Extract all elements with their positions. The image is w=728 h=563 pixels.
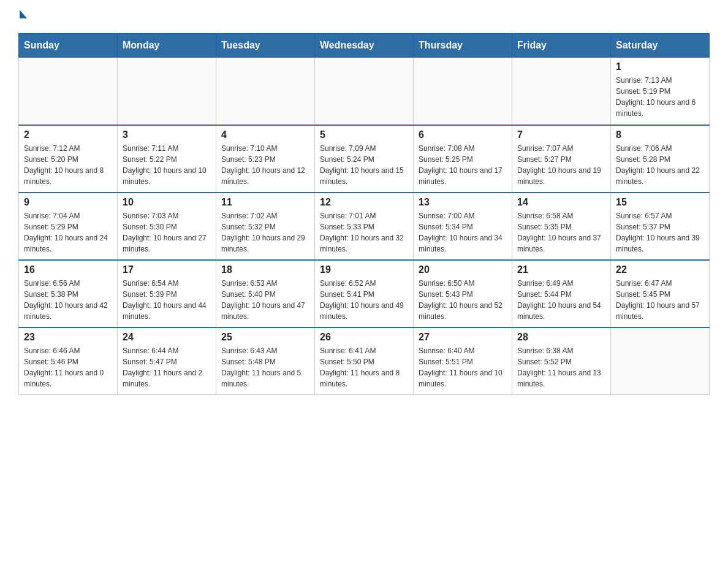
day-info: Sunrise: 7:04 AMSunset: 5:29 PMDaylight:… [24,210,112,255]
day-cell: 6Sunrise: 7:08 AMSunset: 5:25 PMDaylight… [414,125,512,193]
day-cell [414,58,512,125]
day-number: 27 [419,332,507,343]
day-number: 8 [616,129,704,140]
column-header-friday: Friday [512,34,611,58]
day-info: Sunrise: 6:38 AMSunset: 5:52 PMDaylight:… [517,345,605,389]
day-number: 22 [616,264,704,275]
day-info: Sunrise: 7:09 AMSunset: 5:24 PMDaylight:… [320,143,408,187]
day-cell: 8Sunrise: 7:06 AMSunset: 5:28 PMDaylight… [611,125,710,193]
calendar-header-row: SundayMondayTuesdayWednesdayThursdayFrid… [19,34,710,58]
week-row-5: 23Sunrise: 6:46 AMSunset: 5:46 PMDayligh… [19,327,710,395]
day-number: 28 [517,332,605,343]
day-info: Sunrise: 7:07 AMSunset: 5:27 PMDaylight:… [517,143,605,187]
day-info: Sunrise: 6:57 AMSunset: 5:37 PMDaylight:… [616,210,704,255]
day-cell: 4Sunrise: 7:10 AMSunset: 5:23 PMDaylight… [216,125,315,193]
day-cell [315,58,414,125]
day-cell [216,58,315,125]
day-number: 11 [221,197,309,208]
day-cell: 19Sunrise: 6:52 AMSunset: 5:41 PMDayligh… [315,260,414,327]
day-cell: 7Sunrise: 7:07 AMSunset: 5:27 PMDaylight… [512,125,611,193]
day-info: Sunrise: 6:46 AMSunset: 5:46 PMDaylight:… [24,345,112,389]
page-header [18,12,710,21]
day-number: 7 [517,129,605,140]
day-info: Sunrise: 7:02 AMSunset: 5:32 PMDaylight:… [221,210,309,255]
day-info: Sunrise: 6:53 AMSunset: 5:40 PMDaylight:… [221,278,309,322]
day-number: 13 [419,197,507,208]
day-cell: 25Sunrise: 6:43 AMSunset: 5:48 PMDayligh… [216,327,315,395]
day-number: 18 [221,264,309,275]
day-cell: 15Sunrise: 6:57 AMSunset: 5:37 PMDayligh… [611,193,710,260]
day-cell: 13Sunrise: 7:00 AMSunset: 5:34 PMDayligh… [414,193,512,260]
calendar-table: SundayMondayTuesdayWednesdayThursdayFrid… [18,33,710,395]
day-number: 26 [320,332,408,343]
day-info: Sunrise: 7:11 AMSunset: 5:22 PMDaylight:… [123,143,211,187]
column-header-wednesday: Wednesday [315,34,414,58]
day-cell: 23Sunrise: 6:46 AMSunset: 5:46 PMDayligh… [19,327,118,395]
day-info: Sunrise: 6:47 AMSunset: 5:45 PMDaylight:… [616,278,704,322]
day-cell: 5Sunrise: 7:09 AMSunset: 5:24 PMDaylight… [315,125,414,193]
day-info: Sunrise: 6:41 AMSunset: 5:50 PMDaylight:… [320,345,408,389]
day-cell: 17Sunrise: 6:54 AMSunset: 5:39 PMDayligh… [118,260,216,327]
day-info: Sunrise: 6:44 AMSunset: 5:47 PMDaylight:… [123,345,211,389]
column-header-monday: Monday [118,34,216,58]
day-number: 20 [419,264,507,275]
day-cell [118,58,216,125]
day-info: Sunrise: 7:08 AMSunset: 5:25 PMDaylight:… [419,143,507,187]
day-cell [19,58,118,125]
day-number: 14 [517,197,605,208]
week-row-1: 1Sunrise: 7:13 AMSunset: 5:19 PMDaylight… [19,58,710,125]
day-number: 21 [517,264,605,275]
day-number: 12 [320,197,408,208]
day-cell [512,58,611,125]
day-info: Sunrise: 6:56 AMSunset: 5:38 PMDaylight:… [24,278,112,322]
day-cell: 12Sunrise: 7:01 AMSunset: 5:33 PMDayligh… [315,193,414,260]
day-cell: 1Sunrise: 7:13 AMSunset: 5:19 PMDaylight… [611,58,710,125]
logo-arrow-icon [20,10,27,18]
day-cell: 10Sunrise: 7:03 AMSunset: 5:30 PMDayligh… [118,193,216,260]
day-cell: 9Sunrise: 7:04 AMSunset: 5:29 PMDaylight… [19,193,118,260]
week-row-2: 2Sunrise: 7:12 AMSunset: 5:20 PMDaylight… [19,125,710,193]
column-header-sunday: Sunday [19,34,118,58]
day-number: 2 [24,129,112,140]
day-cell: 26Sunrise: 6:41 AMSunset: 5:50 PMDayligh… [315,327,414,395]
day-info: Sunrise: 7:12 AMSunset: 5:20 PMDaylight:… [24,143,112,187]
column-header-tuesday: Tuesday [216,34,315,58]
day-cell: 24Sunrise: 6:44 AMSunset: 5:47 PMDayligh… [118,327,216,395]
day-number: 19 [320,264,408,275]
day-cell: 28Sunrise: 6:38 AMSunset: 5:52 PMDayligh… [512,327,611,395]
day-cell: 18Sunrise: 6:53 AMSunset: 5:40 PMDayligh… [216,260,315,327]
day-number: 16 [24,264,112,275]
day-number: 9 [24,197,112,208]
day-cell: 27Sunrise: 6:40 AMSunset: 5:51 PMDayligh… [414,327,512,395]
day-number: 10 [123,197,211,208]
day-info: Sunrise: 7:01 AMSunset: 5:33 PMDaylight:… [320,210,408,255]
day-info: Sunrise: 6:40 AMSunset: 5:51 PMDaylight:… [419,345,507,389]
day-cell: 21Sunrise: 6:49 AMSunset: 5:44 PMDayligh… [512,260,611,327]
day-number: 6 [419,129,507,140]
day-info: Sunrise: 6:50 AMSunset: 5:43 PMDaylight:… [419,278,507,322]
day-info: Sunrise: 7:13 AMSunset: 5:19 PMDaylight:… [616,75,704,119]
day-cell [611,327,710,395]
day-cell: 16Sunrise: 6:56 AMSunset: 5:38 PMDayligh… [19,260,118,327]
day-number: 1 [616,61,704,72]
day-info: Sunrise: 6:58 AMSunset: 5:35 PMDaylight:… [517,210,605,255]
day-info: Sunrise: 6:54 AMSunset: 5:39 PMDaylight:… [123,278,211,322]
day-number: 24 [123,332,211,343]
day-cell: 22Sunrise: 6:47 AMSunset: 5:45 PMDayligh… [611,260,710,327]
day-info: Sunrise: 7:00 AMSunset: 5:34 PMDaylight:… [419,210,507,255]
day-info: Sunrise: 6:52 AMSunset: 5:41 PMDaylight:… [320,278,408,322]
day-cell: 14Sunrise: 6:58 AMSunset: 5:35 PMDayligh… [512,193,611,260]
logo [18,12,27,21]
day-info: Sunrise: 7:03 AMSunset: 5:30 PMDaylight:… [123,210,211,255]
day-cell: 20Sunrise: 6:50 AMSunset: 5:43 PMDayligh… [414,260,512,327]
day-cell: 3Sunrise: 7:11 AMSunset: 5:22 PMDaylight… [118,125,216,193]
week-row-3: 9Sunrise: 7:04 AMSunset: 5:29 PMDaylight… [19,193,710,260]
day-cell: 11Sunrise: 7:02 AMSunset: 5:32 PMDayligh… [216,193,315,260]
column-header-saturday: Saturday [611,34,710,58]
day-info: Sunrise: 7:06 AMSunset: 5:28 PMDaylight:… [616,143,704,187]
day-info: Sunrise: 6:49 AMSunset: 5:44 PMDaylight:… [517,278,605,322]
column-header-thursday: Thursday [414,34,512,58]
day-info: Sunrise: 6:43 AMSunset: 5:48 PMDaylight:… [221,345,309,389]
week-row-4: 16Sunrise: 6:56 AMSunset: 5:38 PMDayligh… [19,260,710,327]
day-number: 17 [123,264,211,275]
